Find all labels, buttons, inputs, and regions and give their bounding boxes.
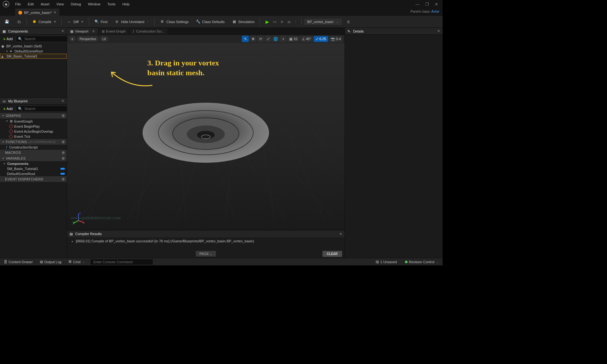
menu-view[interactable]: View bbox=[53, 1, 67, 7]
close-icon[interactable]: ✕ bbox=[339, 232, 342, 236]
log-icon: ▤ bbox=[70, 232, 73, 236]
window-maximize-icon[interactable]: ❐ bbox=[425, 2, 429, 7]
menu-edit[interactable]: Edit bbox=[25, 1, 37, 7]
tab-viewport[interactable]: ▦Viewport✕ bbox=[67, 28, 98, 34]
surface-snap-icon[interactable]: ⌖ bbox=[280, 36, 287, 42]
event-beginplay-row[interactable]: Event BeginPlay bbox=[0, 124, 67, 129]
console-input-box[interactable] bbox=[90, 259, 153, 265]
components-panel-tab[interactable]: ▦ Components ✕ bbox=[0, 28, 67, 35]
section-event-dispatchers[interactable]: EVENT DISPATCHERS⊕ bbox=[0, 176, 67, 182]
variable-row[interactable]: DefaultSceneRoot bbox=[0, 171, 67, 176]
window-minimize-icon[interactable]: — bbox=[415, 2, 420, 7]
construction-script-row[interactable]: ƒConstructionScript bbox=[0, 145, 67, 150]
diff-button[interactable]: ↔ Diff ▼ bbox=[64, 18, 86, 26]
play-options-icon[interactable]: ⋮ bbox=[294, 20, 297, 23]
event-actorbeginoverlap-row[interactable]: Event ActorBeginOverlap bbox=[0, 129, 67, 134]
stop-button[interactable]: ■ bbox=[279, 18, 285, 25]
log-icon: ▤ bbox=[40, 260, 43, 264]
event-graph-row[interactable]: ▼⊞EventGraph bbox=[0, 118, 67, 124]
my-blueprint-search[interactable]: 🔍 bbox=[16, 106, 71, 112]
grid-snap-toggle[interactable]: ▦10 bbox=[287, 36, 299, 42]
scale-snap-toggle[interactable]: ⤢0.25 bbox=[314, 36, 328, 42]
viewport-options-button[interactable]: ≡ bbox=[69, 36, 76, 42]
tab-construction-script[interactable]: ƒConstruction Scr... bbox=[129, 28, 168, 34]
components-search[interactable]: 🔍 bbox=[16, 36, 71, 42]
unsaved-indicator[interactable]: 🖫1 Unsaved bbox=[374, 259, 399, 264]
components-search-input[interactable] bbox=[24, 37, 69, 41]
add-component-button[interactable]: +Add bbox=[1, 36, 15, 42]
details-icon: ✎ bbox=[347, 29, 351, 33]
compiler-results-tab[interactable]: ▤ Compiler Results ✕ bbox=[67, 230, 345, 237]
close-icon[interactable]: ✕ bbox=[437, 29, 440, 33]
tab-event-graph[interactable]: ⊞Event Graph bbox=[99, 28, 129, 34]
window-close-icon[interactable]: ✕ bbox=[435, 2, 438, 7]
step-button[interactable]: ⏭ bbox=[272, 18, 278, 25]
camera-speed-toggle[interactable]: 📷0.4 bbox=[329, 36, 343, 42]
locate-button[interactable]: ⎘ bbox=[344, 18, 354, 26]
unreal-logo-icon[interactable] bbox=[2, 0, 10, 8]
menu-asset[interactable]: Asset bbox=[38, 1, 53, 7]
add-icon[interactable]: ⊕ bbox=[62, 113, 65, 118]
component-self-row[interactable]: ◉ BP_vortex_basin (Self) bbox=[0, 44, 67, 49]
variable-row[interactable]: SM_Basin_Tutorial1 bbox=[0, 166, 67, 171]
search-icon: 🔍 bbox=[18, 107, 22, 111]
find-button[interactable]: 🔍Find bbox=[92, 18, 110, 26]
class-settings-button[interactable]: ⚙Class Settings bbox=[157, 18, 191, 26]
console-input[interactable] bbox=[93, 260, 150, 264]
page-button[interactable]: PAGE ⌄ bbox=[196, 251, 216, 257]
lit-mode-button[interactable]: Lit bbox=[100, 36, 108, 42]
select-tool-icon[interactable]: ↖ bbox=[242, 36, 249, 42]
add-icon[interactable]: ⊕ bbox=[62, 150, 65, 155]
add-icon[interactable]: ⊕ bbox=[62, 156, 65, 161]
variables-components-row[interactable]: ▼Components bbox=[0, 161, 67, 166]
close-icon[interactable]: ✕ bbox=[53, 10, 56, 15]
components-panel: ▦ Components ✕ +Add 🔍 ◉ BP_vortex_basin … bbox=[0, 28, 67, 97]
asset-tab-bp-vortex-basin[interactable]: BP_vortex_basin* ✕ bbox=[15, 9, 59, 16]
revision-control-button[interactable]: Revision Control ⌄ bbox=[403, 259, 441, 264]
translate-tool-icon[interactable]: ✥ bbox=[249, 36, 256, 42]
add-new-button[interactable]: +Add bbox=[1, 106, 15, 112]
compile-button[interactable]: ⬢ Compile ▼ bbox=[29, 18, 59, 26]
save-button[interactable]: 💾 bbox=[2, 18, 12, 26]
content-drawer-button[interactable]: 🗄Content Drawer bbox=[2, 259, 35, 264]
my-blueprint-search-input[interactable] bbox=[24, 106, 69, 111]
details-panel-tab[interactable]: ✎ Details ✕ bbox=[345, 28, 443, 35]
section-macros[interactable]: MACROS⊕ bbox=[0, 150, 67, 155]
menu-help[interactable]: Help bbox=[119, 1, 133, 7]
eject-button[interactable]: ⏏ bbox=[286, 18, 292, 25]
menu-tools[interactable]: Tools bbox=[104, 1, 119, 7]
add-icon[interactable]: ⊕ bbox=[62, 140, 65, 144]
view-mode-button[interactable]: Perspective bbox=[77, 36, 99, 42]
component-static-mesh-row[interactable]: ◭ SM_Basin_Tutorial1 bbox=[0, 54, 67, 59]
play-button[interactable]: ▶ bbox=[264, 18, 270, 26]
angle-snap-toggle[interactable]: ∠45° bbox=[300, 36, 313, 42]
chevron-down-icon[interactable]: ▼ bbox=[53, 20, 56, 23]
close-icon[interactable]: ✕ bbox=[92, 29, 95, 33]
chevron-down-icon[interactable]: ▼ bbox=[81, 20, 84, 23]
menu-debug[interactable]: Debug bbox=[68, 1, 84, 7]
section-functions[interactable]: ▼FUNCTIONS(19 OVERRIDABLE)⊕ bbox=[0, 139, 67, 145]
browse-button[interactable]: 🗀 bbox=[14, 18, 24, 26]
cmd-selector[interactable]: ⌘Cmd ⌄ bbox=[66, 259, 87, 264]
parent-class-link[interactable]: Actor bbox=[431, 9, 439, 13]
output-log-button[interactable]: ▤Output Log bbox=[38, 259, 63, 264]
event-tick-row[interactable]: Event Tick bbox=[0, 134, 67, 139]
section-graphs[interactable]: ▼GRAPHS⊕ bbox=[0, 113, 67, 118]
rotate-tool-icon[interactable]: ⟳ bbox=[257, 36, 264, 42]
class-defaults-button[interactable]: 🔧Class Defaults bbox=[193, 18, 227, 26]
debug-object-selector[interactable]: BP_vortex_basin ⌄ bbox=[304, 19, 342, 25]
section-variables[interactable]: ▼VARIABLES⊕ bbox=[0, 155, 67, 161]
viewport-3d[interactable]: 3. Drag in your vortex basin static mesh… bbox=[67, 43, 345, 230]
add-icon[interactable]: ⊕ bbox=[62, 177, 65, 181]
simulation-button[interactable]: ▦Simulation bbox=[229, 18, 257, 26]
world-local-icon[interactable]: 🌐 bbox=[272, 36, 279, 42]
clear-button[interactable]: CLEAR bbox=[322, 251, 342, 257]
menu-file[interactable]: File bbox=[12, 1, 24, 7]
menu-window[interactable]: Window bbox=[85, 1, 103, 7]
component-scene-root-row[interactable]: ▼ ✦ DefaultSceneRoot bbox=[0, 49, 67, 54]
my-blueprint-tab[interactable]: ▭ My Blueprint ✕ bbox=[0, 98, 67, 105]
close-icon[interactable]: ✕ bbox=[61, 99, 64, 103]
scale-tool-icon[interactable]: ⤢ bbox=[265, 36, 272, 42]
hide-unrelated-button[interactable]: ⊘Hide Unrelated⋮ bbox=[112, 18, 152, 26]
close-icon[interactable]: ✕ bbox=[61, 29, 64, 33]
